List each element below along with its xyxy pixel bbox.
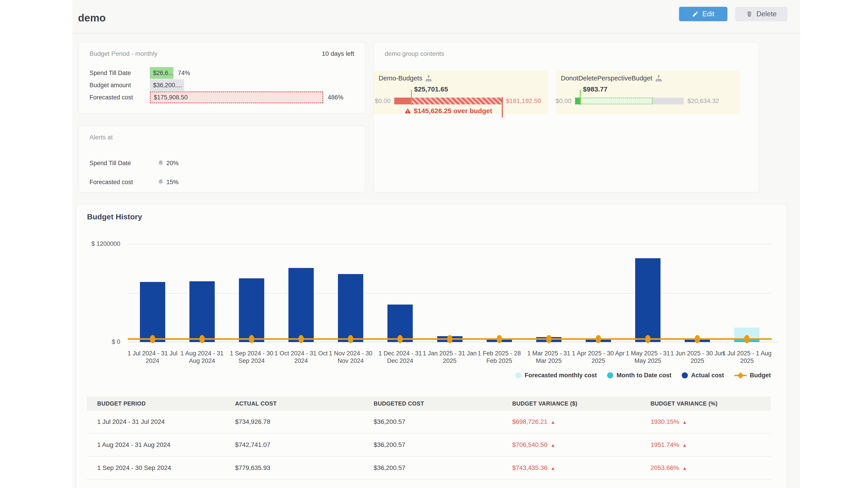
variance-up-icon: ▲ <box>551 443 555 448</box>
spend-amount-label: $25,701.65 <box>414 86 448 93</box>
table-row: 1 Jul 2024 - 31 Jul 2024$734,926.78$36,2… <box>87 411 771 433</box>
alert-label: Spend Till Date <box>90 160 157 167</box>
days-left-label: 10 days left <box>322 50 354 57</box>
cell-budget-variance-pct: 1930.15%▲ <box>640 418 771 425</box>
alert-threshold: 15% <box>166 179 179 186</box>
cell-budgeted-cost: $36,200.57 <box>363 441 502 449</box>
row-percentage: 74% <box>178 70 190 76</box>
legend-item[interactable]: Month to Date cost <box>607 372 671 379</box>
budget-tile-name[interactable]: DonotDeletePerspectiveBudget <box>561 74 662 82</box>
legend-label: Month to Date cost <box>616 372 671 379</box>
group-contents-card: demo group contents Demo-Budgets$25,701.… <box>373 42 759 193</box>
x-axis-tick-label: 1 Aug 2024 - 31 Aug 2024 <box>175 350 229 365</box>
x-axis-tick-label: 1 Jun 2025 - 30 Jun 2025 <box>670 350 724 365</box>
value-chip-gray: $36,200.... <box>150 79 184 91</box>
gridline <box>128 293 772 293</box>
delete-button[interactable]: Delete <box>735 7 787 21</box>
hierarchy-icon <box>425 75 432 82</box>
cell-budget-variance-pct: 2053.66%▲ <box>640 464 771 471</box>
budget-period-title: Budget Period - monthly <box>90 50 157 57</box>
alert-row: Spend Till Date20% <box>90 154 354 173</box>
budget-tile-name[interactable]: Demo-Budgets <box>379 74 432 82</box>
actual-cost-bar <box>239 278 264 342</box>
x-axis-tick-label: 1 Sep 2024 - 30 Sep 2024 <box>224 350 279 365</box>
budget-history-table: BUDGET PERIODACTUAL COSTBUDGETED COSTBUD… <box>87 396 771 480</box>
actual-cost-bar <box>635 258 660 342</box>
bar-max-label: $161,192.50 <box>506 98 541 104</box>
bell-icon <box>157 179 164 186</box>
column-header: ACTUAL COST <box>225 400 363 407</box>
x-axis-tick-label: 1 Dec 2024 - 31 Dec 2024 <box>373 350 427 365</box>
spend-amount-label: $983.77 <box>583 86 608 93</box>
bar-max-label: $20,634.32 <box>687 98 719 104</box>
alerts-title: Alerts at <box>90 134 113 141</box>
column-header: BUDGET VARIANCE (%) <box>640 400 771 407</box>
x-axis-tick-label: 1 May 2025 - 31 May 2025 <box>621 350 675 365</box>
budget-tile[interactable]: Demo-Budgets$25,701.65$0.00$161,192.50$1… <box>374 71 548 114</box>
variance-up-icon: ▲ <box>682 466 687 471</box>
forecast-segment <box>580 98 653 104</box>
x-axis-tick-label: 1 Nov 2024 - 30 Nov 2024 <box>323 350 378 365</box>
cell-actual-cost: $779,635.93 <box>225 464 363 471</box>
over-budget-warning: $145,626.25 over budget <box>394 107 502 115</box>
legend-item[interactable]: Budget <box>735 372 771 379</box>
gridline <box>128 244 772 245</box>
legend-marker <box>515 372 522 379</box>
cell-budget-period: 1 Sep 2024 - 30 Sep 2024 <box>87 464 225 471</box>
alert-label: Forecasted cost <box>90 179 157 186</box>
chart-legend: Forecasted monthly costMonth to Date cos… <box>515 372 771 379</box>
x-axis-tick-label: 1 Jul 2025 - 1 Aug 2025 <box>720 350 774 365</box>
y-axis-tick-label: $ 0 <box>76 338 120 346</box>
bell-icon <box>157 160 164 166</box>
page-title: demo <box>78 12 106 24</box>
variance-up-icon: ▲ <box>551 466 555 471</box>
column-header: BUDGETED COST <box>363 400 502 407</box>
x-axis-tick-label: 1 Oct 2024 - 31 Oct 2024 <box>274 350 328 365</box>
budget-period-rows: Spend Till Date$26,6...74%Budget amount$… <box>90 67 354 103</box>
budget-point <box>546 335 552 343</box>
x-axis-tick-label: 1 Jan 2025 - 31 Jan 2025 <box>423 350 477 365</box>
legend-label: Actual cost <box>691 372 724 379</box>
budget-legend-marker <box>735 372 747 379</box>
alerts-card: Alerts at Spend Till Date20%Forecasted c… <box>78 126 366 193</box>
variance-up-icon: ▲ <box>551 420 555 425</box>
budget-point <box>249 335 254 343</box>
variance-up-icon: ▲ <box>682 443 687 448</box>
x-axis-tick-label: 1 Feb 2025 - 28 Feb 2025 <box>472 350 526 365</box>
y-axis-tick-label: $ 1200000 <box>76 240 120 248</box>
warning-icon <box>404 107 411 114</box>
edit-button[interactable]: Edit <box>679 7 727 21</box>
cell-budget-variance: $706,540.50▲ <box>502 441 640 449</box>
group-contents-title: demo group contents <box>385 50 444 57</box>
budget-progress-bar: $983.77$0.00$20,634.32 <box>575 98 684 104</box>
budget-point <box>497 335 502 343</box>
spend-segment <box>575 98 580 104</box>
budget-point <box>447 335 453 343</box>
budget-point <box>348 335 353 343</box>
legend-item[interactable]: Actual cost <box>682 372 724 379</box>
cell-budget-variance-pct: 1951.74%▲ <box>640 441 771 449</box>
legend-marker <box>607 372 613 379</box>
legend-item[interactable]: Forecasted monthly cost <box>515 372 597 379</box>
budget-history-title: Budget History <box>87 213 142 221</box>
budget-point <box>645 335 651 343</box>
x-axis-tick-label: 1 Mar 2025 - 31 Mar 2025 <box>522 350 576 365</box>
cell-budget-period: 1 Aug 2024 - 31 Aug 2024 <box>87 441 225 449</box>
cell-actual-cost: $734,926.78 <box>225 418 363 425</box>
cell-budget-variance: $698,726.21▲ <box>502 418 640 425</box>
budget-tile[interactable]: DonotDeletePerspectiveBudget$983.77$0.00… <box>556 71 740 114</box>
alert-rows: Spend Till Date20%Forecasted cost15% <box>90 154 354 192</box>
row-label: Budget amount <box>90 82 150 89</box>
budget-period-row: Budget amount$36,200.... <box>90 79 354 91</box>
budget-progress-bar: $25,701.65$0.00$161,192.50$145,626.25 ov… <box>394 98 502 104</box>
header-divider <box>72 33 800 33</box>
budget-period-row: Spend Till Date$26,6...74% <box>90 67 354 79</box>
budget-history-card: Budget History $ 1200000$ 0 1 Jul 2024 -… <box>76 204 787 488</box>
cell-budgeted-cost: $36,200.57 <box>363 464 502 471</box>
spend-segment <box>394 98 411 104</box>
actual-cost-bar <box>338 274 363 342</box>
x-axis-tick-label: 1 Apr 2025 - 30 Apr 2025 <box>571 350 625 365</box>
budget-period-card: Budget Period - monthly 10 days left Spe… <box>78 42 366 114</box>
cell-budget-period: 1 Jul 2024 - 31 Jul 2024 <box>87 418 225 425</box>
row-label: Forecasted cost <box>90 94 150 101</box>
